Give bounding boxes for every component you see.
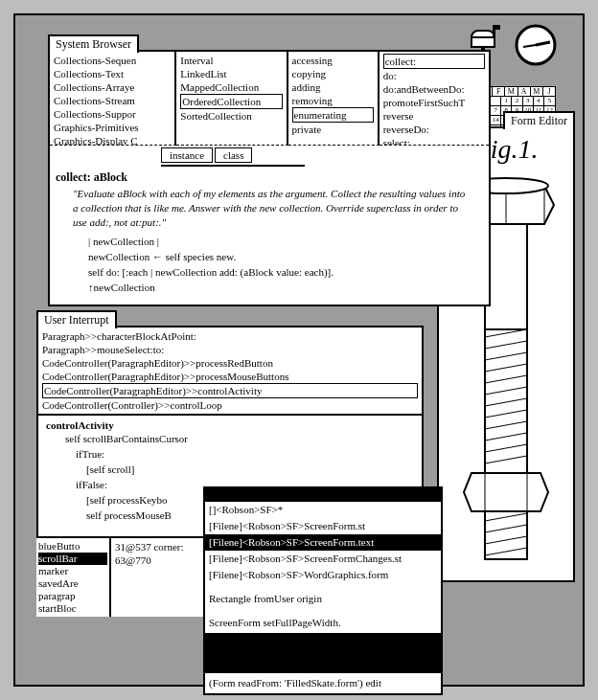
calendar-months-row: J F M A M J: [480, 87, 555, 96]
workspace-window[interactable]: []<Robson>SF>* [Filene]<Robson>SF>Screen…: [203, 486, 443, 695]
list-item[interactable]: do:: [383, 69, 485, 82]
list-item[interactable]: private: [292, 123, 374, 136]
list-item[interactable]: Collections-Sequen: [54, 54, 171, 67]
list-item[interactable]: collect:: [383, 54, 485, 69]
list-item[interactable]: reverse: [383, 109, 485, 123]
debug-method-header: controlActivity: [38, 416, 422, 431]
expr-line[interactable]: Rectangle fromUser origin: [205, 591, 441, 607]
list-item[interactable]: [Filene]<Robson>SF>ScreenForm.st: [205, 518, 441, 534]
expr-line[interactable]: (Form readFrom: 'FilledSkate.form') edit: [205, 675, 441, 691]
system-browser-title[interactable]: System Browser: [48, 34, 139, 53]
list-item[interactable]: enumerating: [292, 107, 374, 123]
list-item[interactable]: CodeController(ParagraphEditor)>>control…: [42, 383, 418, 398]
list-item[interactable]: Collections-Stream: [54, 94, 171, 107]
list-item[interactable]: OrderedCollection: [180, 94, 282, 109]
list-item[interactable]: marker: [38, 565, 107, 577]
list-item[interactable]: [Filene]<Robson>SF>ScreenForm.text: [205, 534, 441, 551]
user-interrupt-title[interactable]: User Interrupt: [36, 310, 117, 328]
svg-rect-13: [485, 224, 527, 329]
list-item[interactable]: [Filene]<Robson>SF>ScreenFormChanges.st: [205, 551, 441, 567]
calendar-month[interactable]: J: [543, 87, 555, 96]
list-item[interactable]: adding: [292, 80, 374, 94]
list-item[interactable]: LinkedList: [180, 67, 282, 80]
list-item[interactable]: blueButto: [38, 540, 107, 553]
list-item[interactable]: scrollBar: [38, 553, 107, 565]
list-item[interactable]: Paragraph>>characterBlockAtPoint:: [42, 329, 418, 343]
svg-rect-3: [493, 25, 500, 30]
svg-marker-27: [464, 473, 548, 511]
desktop: J F M A M J 12345 6789101112 13141516171…: [13, 13, 585, 687]
list-item[interactable]: promoteFirstSuchT: [383, 96, 485, 109]
form-editor-title[interactable]: Form Editor: [503, 111, 575, 129]
calendar-month[interactable]: A: [518, 87, 531, 96]
workspace-body[interactable]: []<Robson>SF>* [Filene]<Robson>SF>Screen…: [205, 502, 441, 691]
list-item[interactable]: accessing: [292, 54, 374, 67]
category-pane[interactable]: Collections-Sequen Collections-Text Coll…: [50, 52, 176, 146]
selector-pane[interactable]: collect: do: do:andBetweenDo: promoteFir…: [380, 52, 489, 146]
method-header: collect: aBlock: [50, 167, 489, 185]
list-item[interactable]: paragrap: [38, 590, 107, 602]
instance-class-switch: instance class: [161, 146, 305, 167]
class-pane[interactable]: Interval LinkedList MappedCollection Ord…: [176, 52, 288, 146]
list-item[interactable]: CodeController(Controller)>>controlLoop: [42, 398, 418, 412]
calendar-month[interactable]: M: [505, 87, 518, 96]
list-item[interactable]: [Filene]<Robson>SF>WordGraphics.form: [205, 567, 441, 583]
expr-line[interactable]: ScreenForm setFullPageWidth.: [205, 615, 441, 631]
list-item[interactable]: select:: [383, 136, 485, 146]
instance-button[interactable]: instance: [161, 147, 213, 163]
list-item[interactable]: reverseDo:: [383, 123, 485, 136]
list-item[interactable]: removing: [292, 94, 374, 107]
list-item[interactable]: savedAre: [38, 577, 107, 590]
calendar-month[interactable]: M: [531, 87, 543, 96]
prompt-line[interactable]: []<Robson>SF>*: [205, 502, 441, 518]
list-item[interactable]: startBloc: [38, 602, 107, 615]
clock-icon[interactable]: [514, 23, 558, 71]
list-item[interactable]: CodeController(ParagraphEditor)>>process…: [42, 356, 418, 370]
list-item[interactable]: Graphics-Primitives: [54, 121, 171, 134]
svg-rect-1: [472, 37, 494, 47]
list-item[interactable]: Collections-Text: [54, 67, 171, 80]
method-code[interactable]: | newCollection | newCollection ← self s…: [50, 234, 489, 299]
system-browser-window[interactable]: System Browser Collections-Sequen Collec…: [48, 50, 491, 306]
list-item[interactable]: CodeController(ParagraphEditor)>>process…: [42, 370, 418, 383]
method-comment: "Evaluate aBlock with each of my element…: [50, 185, 489, 234]
list-item[interactable]: do:andBetweenDo:: [383, 82, 485, 96]
calendar-month[interactable]: F: [493, 87, 505, 96]
list-item[interactable]: Collections-Arraye: [54, 80, 171, 94]
list-item[interactable]: SortedCollection: [180, 109, 282, 123]
list-item[interactable]: MappedCollection: [180, 80, 282, 94]
list-item[interactable]: Graphics-Display C: [54, 134, 171, 146]
class-button[interactable]: class: [215, 147, 252, 163]
vars-pane[interactable]: blueButto scrollBar marker savedAre para…: [36, 538, 111, 617]
list-item[interactable]: Paragraph>>mouseSelect:to:: [42, 343, 418, 356]
list-item[interactable]: Interval: [180, 54, 282, 67]
selected-region[interactable]: [205, 633, 441, 673]
workspace-tabstrip[interactable]: [205, 488, 441, 502]
stack-pane[interactable]: Paragraph>>characterBlockAtPoint: Paragr…: [38, 327, 422, 416]
list-item[interactable]: Collections-Suppor: [54, 107, 171, 121]
list-item[interactable]: copying: [292, 67, 374, 80]
protocol-pane[interactable]: accessing copying adding removing enumer…: [288, 52, 380, 146]
svg-rect-14: [485, 329, 527, 473]
